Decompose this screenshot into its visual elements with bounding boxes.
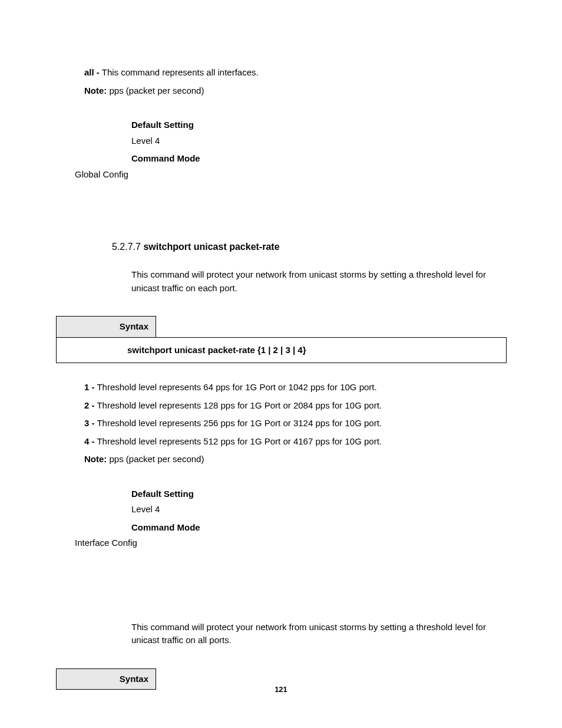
command-mode-value: Global Config <box>75 168 506 182</box>
threshold-1: 1 - Threshold level represents 64 pps fo… <box>84 381 506 394</box>
note-top: Note: pps (packet per second) <box>84 84 506 98</box>
threshold-1-text: Threshold level represents 64 pps for 1G… <box>95 382 377 392</box>
default-setting-value-2: Level 4 <box>131 503 506 516</box>
syntax-command: switchport unicast packet-rate {1 | 2 | … <box>56 337 507 364</box>
param-all-label: all - <box>84 67 100 77</box>
threshold-note-text: pps (packet per second) <box>107 454 204 464</box>
bottom-description: This command will protect your network f… <box>131 621 494 647</box>
command-mode-label: Command Mode <box>131 152 506 166</box>
command-mode-label-2: Command Mode <box>131 521 506 535</box>
threshold-2-text: Threshold level represents 128 pps for 1… <box>95 400 382 410</box>
section-description: This command will protect your network f… <box>131 268 494 295</box>
default-setting-value: Level 4 <box>131 134 506 148</box>
param-all-text: This command represents all interfaces. <box>100 67 259 77</box>
threshold-list: 1 - Threshold level represents 64 pps fo… <box>84 381 506 466</box>
param-all: all - This command represents all interf… <box>84 66 506 80</box>
section-name: switchport unicast packet-rate <box>143 242 279 252</box>
page-number: 121 <box>0 684 562 696</box>
syntax-block: Syntax switchport unicast packet-rate {1… <box>56 316 506 363</box>
threshold-2: 2 - Threshold level represents 128 pps f… <box>84 399 506 413</box>
command-mode-value-2: Interface Config <box>75 536 506 550</box>
syntax-tab: Syntax <box>56 316 156 337</box>
note-label: Note: <box>84 85 107 95</box>
threshold-3-text: Threshold level represents 256 pps for 1… <box>95 418 382 428</box>
threshold-3-label: 3 - <box>84 418 95 428</box>
threshold-4: 4 - Threshold level represents 512 pps f… <box>84 435 506 449</box>
threshold-4-text: Threshold level represents 512 pps for 1… <box>95 436 382 446</box>
threshold-1-label: 1 - <box>84 382 95 392</box>
threshold-4-label: 4 - <box>84 436 95 446</box>
threshold-note: Note: pps (packet per second) <box>84 453 506 466</box>
section-number: 5.2.7.7 <box>112 242 143 252</box>
note-text: pps (packet per second) <box>107 85 204 95</box>
threshold-3: 3 - Threshold level represents 256 pps f… <box>84 417 506 430</box>
default-setting-label: Default Setting <box>131 118 506 132</box>
section-heading: 5.2.7.7 switchport unicast packet-rate <box>112 240 506 254</box>
threshold-note-label: Note: <box>84 454 107 464</box>
default-setting-label-2: Default Setting <box>131 487 506 501</box>
threshold-2-label: 2 - <box>84 400 95 410</box>
